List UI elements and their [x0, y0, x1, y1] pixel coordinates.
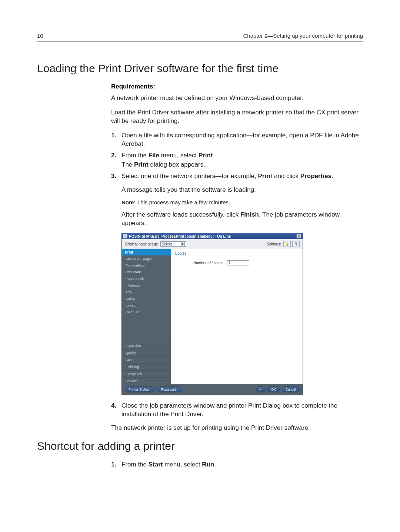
printer-status-button[interactable]: Printer Status...: [125, 387, 155, 392]
note-line: Note: This process may take a few minute…: [121, 199, 359, 205]
dialog-sidebar: Print Copies and pages Print method Prin…: [122, 249, 171, 384]
sidebar-item-interleave[interactable]: Interleave: [122, 282, 171, 289]
sidebar-item-layout[interactable]: Layout: [122, 302, 171, 309]
dialog-title: POSIN-SHAKED3_ProcessPrint [posin-shaked…: [129, 234, 296, 238]
chapter-line: Chapter 2—Setting up your computer for p…: [243, 33, 363, 39]
chevron-updown-icon[interactable]: ▲▼: [181, 242, 185, 246]
section-heading-loading: Loading the Print Driver software for th…: [37, 62, 363, 75]
dialog-footer: Printer Status... Postscript... ▸ OK Can…: [122, 384, 303, 395]
steps-list-1: Open a file with its corresponding appli…: [111, 131, 359, 181]
page-number: 10: [37, 33, 43, 39]
sidebar-item-tray[interactable]: Tray: [122, 289, 171, 295]
close-icon[interactable]: ✕: [296, 234, 301, 238]
step-2: From the File menu, select Print. The Pr…: [111, 151, 359, 169]
sidebar-item-copies-and-pages[interactable]: Copies and pages: [122, 255, 171, 262]
ok-button[interactable]: OK: [267, 387, 280, 392]
app-icon: [123, 234, 127, 238]
job-parameters-dialog: POSIN-SHAKED3_ProcessPrint [posin-shaked…: [121, 233, 359, 395]
step-1: Open a file with its corresponding appli…: [111, 131, 359, 148]
step-3: Select one of the network printers—for e…: [111, 172, 359, 181]
shortcut-step-1: From the Start menu, select Run.: [111, 461, 359, 469]
steps-list-1b: Close the job parameters window and prin…: [111, 402, 359, 419]
sidebar-item-gallop[interactable]: Gallop: [122, 295, 171, 302]
dialog-toolbar: Original page setup: Select ▲▼ Settings:…: [122, 239, 303, 249]
cancel-button[interactable]: Cancel: [282, 387, 300, 392]
panel-title-copies: Copies: [171, 249, 303, 257]
page-setup-select[interactable]: Select ▲▼: [160, 241, 186, 247]
sidebar-group-exceptions[interactable]: Exceptions: [122, 370, 171, 377]
step-4: Close the job parameters window and prin…: [111, 402, 359, 419]
copies-label: Number of copies:: [193, 261, 223, 265]
sidebar-item-paper-stock[interactable]: Paper Stock: [122, 275, 171, 282]
page-header: 10 Chapter 2—Setting up your computer fo…: [37, 33, 363, 41]
sidebar-group-imposition[interactable]: Imposition: [122, 342, 171, 349]
sidebar-item-print-mode[interactable]: Print mode: [122, 269, 171, 275]
save-settings-icon[interactable]: 🖫: [292, 241, 300, 247]
sidebar-item-color-set[interactable]: Color Set: [122, 309, 171, 315]
settings-label: Settings:: [267, 242, 281, 246]
hint-icon[interactable]: 💡: [283, 241, 291, 247]
closing-text: The network printer is set up for printi…: [111, 424, 359, 432]
after-finish: After the software loads successfully, c…: [121, 211, 359, 228]
requirements-text: A network printer must be defined on you…: [111, 94, 359, 103]
dialog-panel: Copies Number of copies: 1: [171, 249, 303, 384]
intro-text: Load the Print Driver software after ins…: [111, 108, 359, 126]
sidebar-header-print[interactable]: Print: [122, 249, 171, 255]
steps-list-2: From the Start menu, select Run.: [111, 461, 359, 469]
postscript-button[interactable]: Postscript...: [157, 387, 182, 392]
requirements-label: Requirements:: [111, 83, 359, 90]
sidebar-group-color[interactable]: Color: [122, 356, 171, 363]
copies-input[interactable]: 1: [227, 260, 249, 265]
step-3-message: A message tells you that the software is…: [121, 186, 359, 194]
dialog-titlebar: POSIN-SHAKED3_ProcessPrint [posin-shaked…: [122, 233, 303, 239]
next-arrow-button[interactable]: ▸: [256, 387, 265, 392]
sidebar-group-finishing[interactable]: Finishing: [122, 363, 171, 370]
sidebar-group-services[interactable]: Services: [122, 377, 171, 384]
section-heading-shortcut: Shortcut for adding a printer: [37, 440, 363, 452]
sidebar-item-print-method[interactable]: Print method: [122, 262, 171, 269]
sidebar-group-quality[interactable]: Quality: [122, 349, 171, 356]
page-setup-label: Original page setup:: [125, 242, 158, 246]
